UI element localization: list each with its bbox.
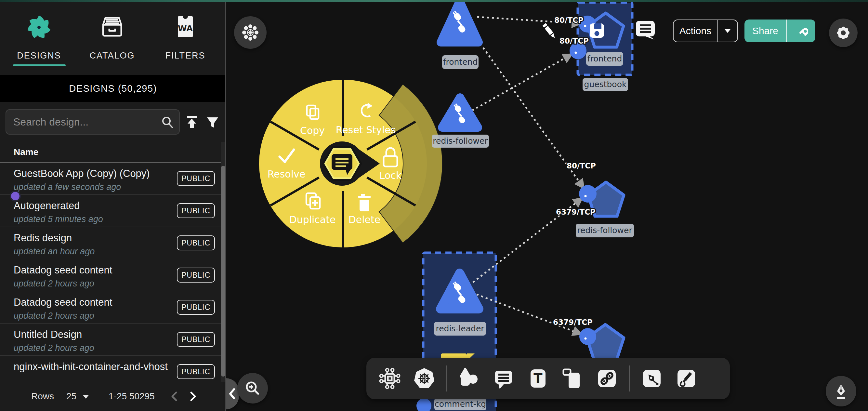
page-size-select[interactable]: 25 <box>66 391 89 402</box>
frame-tool-icon <box>561 367 584 390</box>
visibility-badge: PUBLIC <box>177 171 215 186</box>
label-redis-follower-pod: redis-follower <box>577 226 632 235</box>
share-button-label[interactable]: Share <box>744 20 787 42</box>
node-frontend-service[interactable] <box>441 2 478 42</box>
trash-icon[interactable] <box>358 194 371 211</box>
label-frontend-pod: frontend <box>587 54 622 63</box>
design-list-item[interactable]: nginx-with-init-container-and-vhost PUBL… <box>0 356 222 382</box>
tool-text[interactable]: T <box>526 366 550 391</box>
tool-frame[interactable] <box>560 366 585 391</box>
edge-follower-guestbook[interactable] <box>472 55 570 111</box>
caret-down-icon <box>724 28 732 34</box>
design-list-item[interactable]: Autogenerated updated 5 minutes ago PUBL… <box>0 195 222 227</box>
visibility-badge: PUBLIC <box>177 332 215 347</box>
tab-catalog[interactable]: CATALOG <box>80 11 145 66</box>
port-80a: 80/TCP <box>554 16 584 24</box>
radial-context-menu[interactable]: Copy Reset Styles Lock Delete Duplicate … <box>259 80 442 247</box>
label-redis-leader-svc: redis-leader <box>436 324 485 333</box>
visibility-badge: PUBLIC <box>177 268 215 283</box>
svg-text:T: T <box>533 371 542 386</box>
radial-reset-label[interactable]: Reset Styles <box>336 124 396 136</box>
edit-edge-pencil-icon[interactable] <box>542 23 556 39</box>
chain-link-icon <box>596 367 618 390</box>
cluster-icon <box>241 23 259 41</box>
canvas-toolbar: T <box>366 358 730 399</box>
radial-lock-label[interactable]: Lock <box>379 170 402 181</box>
design-list-item[interactable]: Datadog seed content updated 2 hours ago… <box>0 291 222 324</box>
label-redis-follower-svc: redis-follower <box>433 136 488 146</box>
design-list-item[interactable]: GuestBook App (Copy) (Copy) updated a fe… <box>0 163 222 195</box>
design-updated: updated an hour ago <box>14 246 95 257</box>
tab-designs[interactable]: DESIGNS <box>6 11 71 66</box>
design-canvas[interactable]: Copy Reset Styles Lock Delete Duplicate … <box>226 2 868 411</box>
cluster-view-button[interactable] <box>234 16 267 49</box>
design-name: Redis design <box>14 232 72 244</box>
tool-pencil[interactable] <box>674 366 699 391</box>
list-column-header: Name <box>0 142 222 163</box>
shapes-icon <box>458 367 480 390</box>
design-name: Datadog seed content <box>14 264 112 276</box>
toolbar-divider <box>629 365 630 391</box>
kubernetes-icon <box>412 367 436 390</box>
sidebar: DESIGNS CATALOG WA FILTERS <box>0 2 226 411</box>
port-6379a: 6379/TCP <box>556 208 596 216</box>
text-tool-icon: T <box>527 367 550 390</box>
filter-designs-icon[interactable] <box>204 114 221 131</box>
design-list: GuestBook App (Copy) (Copy) updated a fe… <box>0 163 222 382</box>
toolbar-divider <box>446 365 447 391</box>
radial-copy-label[interactable]: Copy <box>300 125 325 136</box>
design-name: nginx-with-init-container-and-vhost <box>14 361 168 373</box>
design-list-item[interactable]: Untitled Design updated 2 hours ago PUBL… <box>0 324 222 356</box>
search-icon[interactable] <box>160 115 175 129</box>
prev-page-icon[interactable] <box>169 390 180 403</box>
radial-resolve-label[interactable]: Resolve <box>268 169 305 180</box>
share-button[interactable]: Share <box>744 20 815 42</box>
chevron-left-icon <box>227 387 237 400</box>
tool-link[interactable] <box>595 366 619 391</box>
actions-dropdown-toggle[interactable] <box>718 20 737 41</box>
actions-button[interactable]: Actions <box>673 20 738 42</box>
tool-shapes[interactable] <box>457 366 482 391</box>
design-updated: updated 5 minutes ago <box>14 214 103 224</box>
tab-filters-label: FILTERS <box>153 51 218 61</box>
sidebar-tabs: DESIGNS CATALOG WA FILTERS <box>0 2 226 75</box>
upload-design-icon[interactable] <box>183 114 200 131</box>
radial-duplicate-label[interactable]: Duplicate <box>289 214 336 225</box>
design-updated: updated a few seconds ago <box>14 182 121 192</box>
list-scrollbar[interactable] <box>221 142 225 382</box>
search-box <box>5 109 180 135</box>
zoom-in-button[interactable] <box>237 373 268 404</box>
tool-pen[interactable] <box>640 366 664 391</box>
settings-button[interactable] <box>829 19 858 47</box>
pencil-tool-icon <box>675 367 698 390</box>
visibility-badge: PUBLIC <box>177 203 215 218</box>
next-page-icon[interactable] <box>187 390 198 403</box>
caret-down-icon <box>82 394 89 399</box>
zoom-in-icon <box>244 380 261 397</box>
rows-label: Rows <box>31 391 54 402</box>
scrollbar-thumb[interactable] <box>221 166 225 377</box>
pen-mode-button[interactable] <box>826 376 856 406</box>
design-updated: updated 2 hours ago <box>14 343 94 353</box>
design-list-item[interactable]: Redis design updated an hour ago PUBLIC <box>0 227 222 259</box>
design-name: Untitled Design <box>14 329 82 341</box>
pagination: Rows 25 1-25 50295 <box>0 382 222 411</box>
node-redis-follower-service[interactable] <box>442 97 478 127</box>
tool-components[interactable] <box>377 366 402 391</box>
port-80c: 80/TCP <box>567 162 596 170</box>
port-6379b: 6379/TCP <box>553 318 593 326</box>
label-comment-kg: comment-kg <box>435 399 486 409</box>
radial-delete-label[interactable]: Delete <box>348 214 381 225</box>
comment-indicator-icon[interactable] <box>636 21 655 40</box>
tool-kubernetes[interactable] <box>412 366 437 391</box>
search-input[interactable] <box>13 110 156 134</box>
tab-filters[interactable]: WA FILTERS <box>153 11 218 66</box>
design-list-item[interactable]: Datadog seed content updated 2 hours ago… <box>0 259 222 291</box>
design-updated: updated 2 hours ago <box>14 311 94 321</box>
design-updated: updated 2 hours ago <box>14 278 94 289</box>
copy-link-button[interactable] <box>787 20 815 42</box>
actions-button-label[interactable]: Actions <box>674 20 718 41</box>
tool-comment[interactable] <box>491 366 516 391</box>
diagram-layer: Copy Reset Styles Lock Delete Duplicate … <box>226 2 868 411</box>
component-icon <box>378 367 401 390</box>
